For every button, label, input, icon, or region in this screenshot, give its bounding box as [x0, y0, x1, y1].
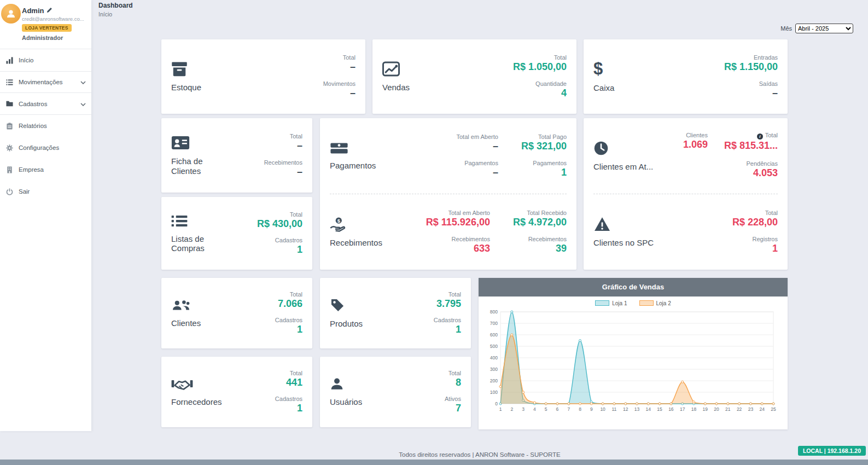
- edit-pencil-icon[interactable]: [46, 7, 53, 15]
- stat-value: 3.795: [434, 298, 461, 310]
- svg-text:4: 4: [533, 406, 536, 412]
- stat-value: R$ 815.31...: [724, 140, 778, 152]
- stat-label: Total: [323, 54, 356, 61]
- stat-value: 1: [257, 243, 302, 256]
- stat-label: Total: [264, 133, 302, 140]
- month-select[interactable]: Abril - 2025: [795, 24, 853, 33]
- svg-text:1: 1: [499, 406, 502, 412]
- dashboard-screen: Admin credit@anronsoftware.co... LOJA VE…: [0, 0, 868, 465]
- stat-value: R$ 321,00: [521, 140, 567, 153]
- stat-label: Clientes: [683, 132, 708, 138]
- stat: Ativos7: [445, 396, 461, 415]
- svg-text:8: 8: [579, 406, 581, 412]
- stat-label: Total: [275, 370, 302, 376]
- stat-value: R$ 228,00: [732, 216, 778, 229]
- svg-text:600: 600: [490, 332, 498, 338]
- clipboard-icon: [5, 123, 14, 130]
- stat-label: Total: [732, 210, 778, 216]
- svg-text:14: 14: [646, 406, 651, 412]
- stat: Total7.066: [275, 291, 302, 310]
- svg-text:25: 25: [771, 406, 776, 412]
- stat-value: R$ 430,00: [257, 218, 302, 230]
- stat: iTotal R$ 815.31...: [724, 132, 778, 152]
- sales-chart: 0100200300400500600700800123456789101112…: [479, 306, 788, 417]
- svg-text:16: 16: [668, 406, 674, 412]
- building-icon: [5, 166, 14, 173]
- stat-value: R$ 4.972,00: [513, 216, 567, 229]
- svg-text:24: 24: [759, 406, 765, 412]
- archive-box-icon: [171, 61, 201, 77]
- card-ficha-clientes: Ficha de Clientes Total– Recebimentos–: [161, 118, 312, 193]
- card-usuarios: Usuários Total8 Ativos7: [320, 357, 471, 427]
- legend-swatch: [595, 300, 609, 306]
- sidebar-item-label: Início: [19, 57, 34, 63]
- card-clientes-atraso-spc: Clientes em At... Clientes1.069 iTotal R…: [584, 118, 788, 270]
- stat-value: 7.066: [275, 298, 302, 310]
- sidebar-nav: Início Movimentações Cadastros Relatório…: [0, 49, 91, 202]
- clock-icon: [593, 141, 653, 156]
- sidebar-item-sair[interactable]: Sair: [0, 181, 91, 202]
- stat-label: Total em Aberto: [426, 210, 490, 216]
- sidebar-item-relatorios[interactable]: Relatórios: [0, 115, 91, 137]
- card-title: Recebimentos: [330, 238, 382, 247]
- svg-text:500: 500: [490, 344, 498, 349]
- stat-label: Total: [275, 291, 302, 298]
- stat-label: Total em Aberto: [456, 133, 498, 140]
- stat-value: –: [323, 87, 356, 100]
- stat: TotalR$ 1.050,00: [513, 54, 567, 73]
- sidebar-item-configuracoes[interactable]: Configurações: [0, 137, 91, 159]
- handshake-icon: [171, 377, 222, 391]
- svg-text:400: 400: [490, 355, 498, 361]
- svg-text:18: 18: [691, 406, 697, 412]
- svg-text:20: 20: [714, 406, 719, 412]
- svg-text:700: 700: [490, 321, 498, 326]
- card-title: Vendas: [382, 83, 410, 92]
- sidebar-item-label: Movimentações: [19, 79, 63, 85]
- card-clientes: Clientes Total7.066 Cadastros1: [161, 278, 312, 348]
- svg-text:12: 12: [623, 406, 628, 412]
- folder-icon: [5, 100, 14, 107]
- card-pagamentos-recebimentos: Pagamentos Total em Aberto– Pagamentos– …: [320, 118, 576, 270]
- sidebar-item-label: Sair: [19, 188, 30, 195]
- stat: Saídas–: [724, 80, 778, 100]
- stat: Total PagoR$ 321,00: [521, 133, 567, 153]
- stat: Total em AbertoR$ 115.926,00: [426, 210, 490, 229]
- svg-text:11: 11: [612, 406, 617, 412]
- stat: Recebimentos39: [513, 236, 567, 255]
- stat-label: Cadastros: [275, 317, 302, 323]
- breadcrumb[interactable]: Início: [98, 11, 112, 18]
- legend-label: Loja 2: [656, 300, 671, 306]
- stat-label: Pendências: [724, 160, 778, 167]
- stat-value: R$ 115.926,00: [426, 216, 490, 229]
- stat-value: –: [264, 140, 302, 152]
- users-icon: [171, 298, 201, 312]
- svg-text:9: 9: [590, 406, 593, 412]
- svg-text:21: 21: [725, 406, 731, 412]
- sidebar-item-label: Cadastros: [19, 101, 47, 107]
- sidebar-item-inicio[interactable]: Início: [0, 49, 91, 71]
- card-title: Usuários: [330, 397, 362, 406]
- stat: EntradasR$ 1.150,00: [724, 54, 778, 73]
- chart-title: Gráfico de Vendas: [479, 278, 788, 297]
- stat-value: 1.069: [683, 138, 708, 151]
- svg-text:6: 6: [556, 406, 559, 412]
- stat-label: Recebimentos: [426, 236, 490, 242]
- svg-text:23: 23: [748, 406, 754, 412]
- card-title: Clientes no SPC: [593, 238, 654, 247]
- chart-legend: Loja 1 Loja 2: [479, 300, 788, 306]
- stat-value: 8: [445, 376, 461, 389]
- sidebar-item-movimentacoes[interactable]: Movimentações: [0, 71, 91, 93]
- list-bullets-icon: [171, 214, 214, 228]
- card-title: Estoque: [171, 83, 201, 92]
- stat: Pagamentos–: [456, 160, 498, 179]
- dashboard-icon: [5, 57, 14, 64]
- sidebar-item-cadastros[interactable]: Cadastros: [0, 93, 91, 115]
- stat-label: Quantidade: [513, 80, 567, 87]
- user-silhouette-icon: [5, 8, 16, 19]
- stat: Total3.795: [434, 291, 461, 310]
- bottom-bar: [0, 460, 868, 465]
- sidebar-item-label: Empresa: [19, 166, 44, 173]
- sidebar-item-empresa[interactable]: Empresa: [0, 159, 91, 181]
- stat-label: Cadastros: [257, 237, 302, 243]
- legend-item-loja2: Loja 2: [639, 300, 671, 306]
